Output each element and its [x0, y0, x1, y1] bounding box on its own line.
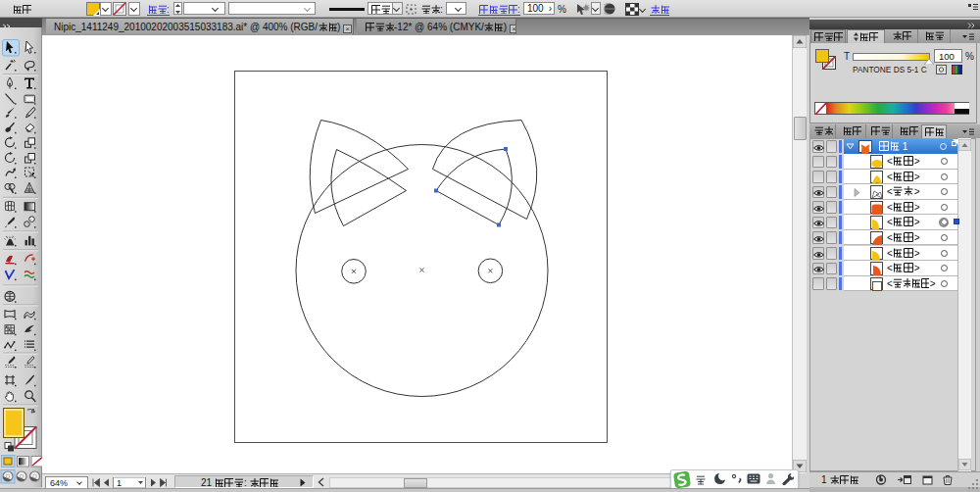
svg-text:1: 1: [117, 478, 122, 488]
